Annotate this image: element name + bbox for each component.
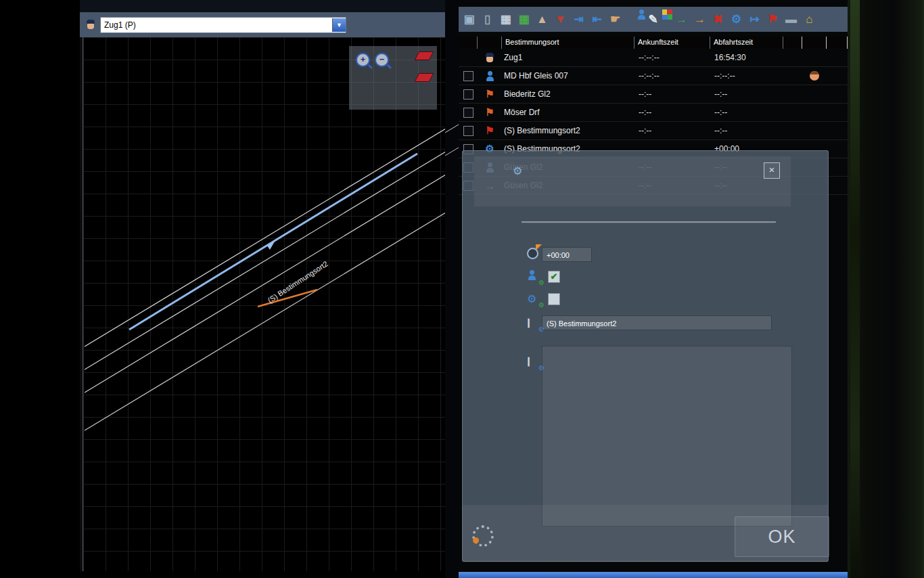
clock-flag-icon <box>527 248 543 261</box>
table-header: Bestimmungsort Ankunftszeit Abfahrtszeit <box>459 37 848 49</box>
row-checkbox[interactable] <box>463 108 473 118</box>
move-arrow-orange-icon[interactable]: → <box>691 9 709 30</box>
left-edge-strip <box>0 0 80 578</box>
ruler-gear-icon-2: Ⅰ⚙ <box>527 355 543 369</box>
insert-row-after-icon[interactable]: ⇤ <box>588 9 606 30</box>
destination-settings-dialog: ⚙ × +00:00 ⚙ ✔ ⚙⚙ Ⅰ⚙ (S) Bestimmungsort2… <box>462 150 829 562</box>
arrival-time: --:-- <box>634 89 710 99</box>
bottom-scrollbar[interactable] <box>459 572 848 578</box>
departure-time: --:--:-- <box>710 71 783 81</box>
arrow-down-red-icon[interactable]: ▼ <box>551 9 570 30</box>
row-checkbox[interactable] <box>463 71 473 81</box>
train-selector-value: Zug1 (P) <box>101 18 332 32</box>
flag-red-icon: ⚑ <box>485 125 494 137</box>
schedule-toolbar: ▣ ▯ ▦ ▦ ▲ ▼ ⇥ ⇤ ☛ <box>459 7 848 32</box>
option-checkbox-unchecked[interactable] <box>548 293 560 305</box>
gradient-toggle-up-icon[interactable] <box>415 51 434 60</box>
person-blue-icon <box>485 71 495 81</box>
people-gear-icon: ⚙ <box>527 270 543 284</box>
departure-time: --:-- <box>710 126 783 135</box>
header-extra-1 <box>783 37 802 49</box>
busy-spinner-icon <box>472 525 494 547</box>
delete-icon[interactable]: ▯ <box>478 9 496 30</box>
table-gear-icon[interactable]: ⚙ <box>727 9 745 30</box>
arrival-time: --:--:-- <box>634 53 710 62</box>
header-extra-2 <box>802 37 827 49</box>
toolbar-group-2: ✎ → → ✖ ⚙ ↦ ⚑ ▬ ⌂ <box>634 9 818 30</box>
delay-field[interactable]: +00:00 <box>542 247 592 262</box>
gradient-toggle-down-icon[interactable] <box>415 73 434 82</box>
destination-name-field[interactable]: (S) Bestimmungsort2 <box>542 315 772 330</box>
gear-ghost-icon: ⚙ <box>513 164 522 177</box>
destination-name: Möser Drf <box>502 108 634 117</box>
table-row[interactable]: ⚑ Biederitz Gl2 --:-- --:-- <box>459 85 848 104</box>
top-left-strip <box>80 0 445 12</box>
flag-red-icon[interactable]: ⚑ <box>764 9 782 30</box>
departure-time: 16:54:30 <box>710 53 783 62</box>
header-checkbox-col <box>459 37 478 49</box>
destination-name: (S) Bestimmungsort2 <box>502 126 634 135</box>
flag-orange-icon: ⚑ <box>485 106 494 118</box>
app-window: Zug1 (P) ▼ (S) Bestimmungsort2 + − <box>0 0 924 578</box>
eject-up-icon[interactable]: ▲ <box>533 9 551 30</box>
color-grid-icon[interactable] <box>662 9 672 20</box>
edit-list-icon[interactable]: ✎ <box>644 9 662 30</box>
panel-gap <box>445 0 459 578</box>
toolbar-group-1: ▣ ▯ ▦ ▦ ▲ ▼ ⇥ ⇤ ☛ <box>460 9 624 30</box>
add-arrow-green-icon[interactable]: → <box>672 9 691 30</box>
graph-canvas[interactable]: (S) Bestimmungsort2 + − <box>83 37 446 571</box>
notes-textarea[interactable] <box>542 346 792 527</box>
arrival-time: --:--:-- <box>634 71 710 81</box>
destination-name: Biederitz Gl2 <box>502 89 634 99</box>
remove-person-icon[interactable]: ✖ <box>709 9 727 30</box>
gap-line-continuation <box>445 0 459 578</box>
train-selector-dropdown[interactable]: Zug1 (P) ▼ <box>100 17 346 33</box>
gears-icon: ⚙⚙ <box>527 292 543 306</box>
world-view-strip <box>848 0 924 578</box>
ok-button[interactable]: OK <box>735 516 829 557</box>
depot-icon[interactable]: ⌂ <box>800 9 818 30</box>
table-row[interactable]: MD Hbf Gleis 007 --:--:-- --:--:-- <box>459 67 848 85</box>
header-departure: Abfahrtszeit <box>710 37 783 49</box>
header-icon-col <box>478 37 502 49</box>
save-icon[interactable]: ▣ <box>460 9 478 30</box>
hand-pointer-icon[interactable]: ☛ <box>606 9 624 30</box>
passenger-face-icon <box>810 71 819 81</box>
graph-panel-header: Zug1 (P) ▼ <box>80 12 445 37</box>
option-checkbox-checked[interactable]: ✔ <box>548 271 560 283</box>
close-icon[interactable]: × <box>764 162 780 179</box>
timetable-graph-panel: Zug1 (P) ▼ (S) Bestimmungsort2 + − <box>80 12 445 571</box>
graph-mini-toolbar: + − <box>349 46 437 110</box>
insert-row-before-icon[interactable]: ⇥ <box>570 9 588 30</box>
conductor-avatar-icon <box>484 52 495 63</box>
dialog-separator <box>522 221 776 223</box>
ruler-gear-icon: Ⅰ⚙ <box>527 317 543 330</box>
arrival-time: --:-- <box>634 126 710 135</box>
table-green-icon[interactable]: ▦ <box>515 9 533 30</box>
departure-time: --:-- <box>710 108 783 117</box>
destination-name: Zug1 <box>502 53 634 62</box>
exit-arrow-icon[interactable]: ↦ <box>745 9 764 30</box>
table-row[interactable]: ⚑ Möser Drf --:-- --:-- <box>459 104 848 122</box>
destination-name: MD Hbf Gleis 007 <box>502 71 634 81</box>
arrival-time: --:-- <box>634 108 710 117</box>
departure-time: --:-- <box>710 89 783 99</box>
header-arrival: Ankunftszeit <box>634 37 710 49</box>
person-icon[interactable] <box>634 9 644 20</box>
table-row[interactable]: ⚑ (S) Bestimmungsort2 --:-- --:-- <box>459 122 848 140</box>
zoom-in-icon[interactable]: + <box>356 53 370 67</box>
minus-icon[interactable]: ▬ <box>782 9 800 30</box>
flag-orange-icon: ⚑ <box>485 88 494 100</box>
zoom-out-icon[interactable]: − <box>375 53 389 67</box>
header-extra-3 <box>827 37 848 49</box>
row-checkbox[interactable] <box>463 89 473 99</box>
chevron-down-icon[interactable]: ▼ <box>332 18 346 32</box>
header-destination: Bestimmungsort <box>502 37 634 49</box>
table-icon[interactable]: ▦ <box>496 9 515 30</box>
row-checkbox[interactable] <box>463 126 473 136</box>
graph-lines: (S) Bestimmungsort2 <box>83 37 446 571</box>
graph-track-label: (S) Bestimmungsort2 <box>267 259 329 304</box>
table-row[interactable]: Zug1 --:--:-- 16:54:30 <box>459 49 848 67</box>
conductor-avatar-icon <box>85 19 96 30</box>
